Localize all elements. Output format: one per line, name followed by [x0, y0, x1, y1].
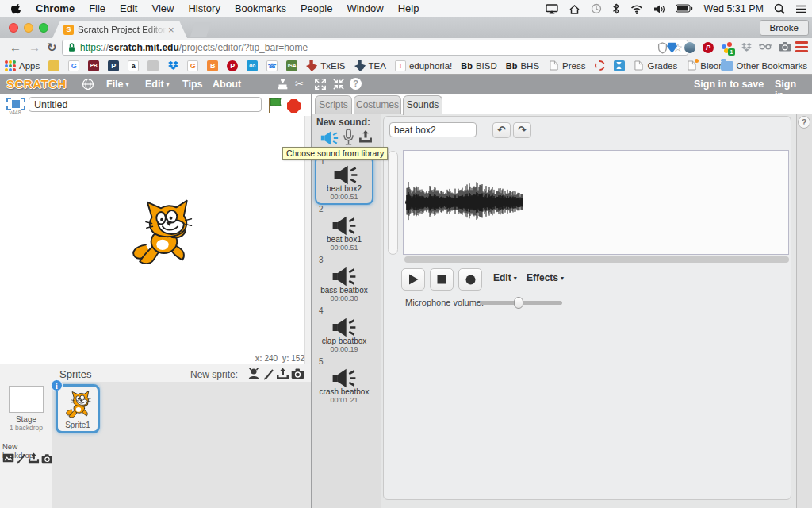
menu-window[interactable]: Window: [339, 2, 390, 14]
bookmark-circle[interactable]: [595, 60, 605, 71]
stop-playback-button[interactable]: [430, 268, 454, 291]
sound-item[interactable]: 1 beat box2 00:00.51: [315, 156, 373, 205]
forward-button[interactable]: →: [29, 40, 40, 54]
window-zoom-button[interactable]: [39, 23, 48, 33]
bookmarks-overflow-chevron[interactable]: »: [708, 60, 714, 71]
menu-file[interactable]: File: [82, 2, 113, 14]
scratch-tips-menu[interactable]: Tips: [182, 79, 202, 90]
bookmark-pb[interactable]: PB: [88, 60, 99, 71]
new-tab-button[interactable]: [190, 22, 211, 37]
menu-bar-clock[interactable]: Wed 5:31 PM: [703, 3, 764, 14]
reload-button[interactable]: ↻: [47, 40, 57, 55]
upload-sprite-icon[interactable]: [276, 368, 289, 380]
pinterest-extension-icon[interactable]: P: [703, 42, 714, 53]
bookmark-dropbox[interactable]: [167, 60, 178, 71]
airplay-icon[interactable]: [546, 4, 558, 14]
fullscreen-icon[interactable]: [6, 98, 25, 110]
bookmark-blogger[interactable]: B: [207, 60, 218, 71]
tab-scripts[interactable]: Scripts: [315, 95, 352, 114]
bookmark-p[interactable]: P: [108, 60, 119, 71]
sign-in-menu[interactable]: Sign in▾: [775, 79, 812, 101]
record-button[interactable]: [458, 268, 482, 291]
bookmark-bhs[interactable]: BbBHS: [506, 60, 539, 71]
grow-sprite-icon[interactable]: [314, 78, 327, 90]
menu-help[interactable]: Help: [391, 2, 427, 14]
bookmark-phone[interactable]: ☎: [266, 60, 278, 71]
shrink-sprite-icon[interactable]: [332, 78, 345, 90]
duplicate-stamp-icon[interactable]: [277, 79, 289, 90]
bookmark-g-orange[interactable]: G: [187, 60, 198, 71]
redo-button[interactable]: ↷: [513, 122, 531, 138]
upload-backdrop-icon[interactable]: [28, 452, 40, 464]
screenshot-extension-icon[interactable]: [684, 42, 695, 53]
stop-button[interactable]: [287, 99, 301, 113]
notification-center-icon[interactable]: [795, 4, 807, 14]
project-name-input[interactable]: [29, 97, 262, 112]
menu-chrome[interactable]: Chrome: [29, 2, 82, 14]
menu-people[interactable]: People: [293, 2, 339, 14]
hotspot-icon[interactable]: [569, 4, 580, 14]
menu-bookmarks[interactable]: Bookmarks: [228, 2, 293, 14]
bookmark-do[interactable]: do: [247, 60, 258, 71]
sound-library-icon[interactable]: [320, 130, 339, 146]
new-sprite-library-icon[interactable]: [247, 368, 260, 380]
tab-sounds[interactable]: Sounds: [403, 95, 442, 115]
sound-item[interactable]: 3 bass beatbox 00:00.30: [315, 256, 373, 305]
microphone-volume-slider[interactable]: [480, 301, 562, 305]
paint-new-sprite-icon[interactable]: [262, 368, 275, 380]
menu-history[interactable]: History: [181, 2, 227, 14]
bookmark-amazon[interactable]: a: [128, 60, 139, 71]
waveform-scrollbar[interactable]: [404, 256, 789, 263]
upload-sound-icon[interactable]: [358, 129, 373, 144]
delete-scissors-icon[interactable]: ✂: [295, 78, 304, 90]
google-extension-icon[interactable]: 1: [721, 41, 733, 54]
bookmark-tea[interactable]: TEA: [354, 60, 386, 71]
battery-icon[interactable]: [676, 4, 693, 13]
back-button[interactable]: ←: [10, 40, 21, 54]
apple-menu-icon[interactable]: [0, 2, 29, 15]
stage-selector[interactable]: Stage 1 backdrop New backdrop:: [0, 382, 52, 508]
camera-backdrop-icon[interactable]: [41, 453, 53, 464]
window-close-button[interactable]: [9, 23, 18, 33]
edit-dropdown[interactable]: Edit▾: [493, 272, 517, 283]
paint-backdrop-icon[interactable]: [16, 452, 27, 464]
tab-close-icon[interactable]: ×: [168, 24, 174, 36]
bookmark-pinterest[interactable]: P: [227, 60, 238, 71]
time-machine-icon[interactable]: [591, 3, 602, 14]
wifi-icon[interactable]: [630, 4, 643, 14]
camera-extension-icon[interactable]: [779, 40, 791, 55]
apps-shortcut[interactable]: Apps: [5, 60, 40, 71]
bookmark-bisd[interactable]: BbBISD: [461, 60, 497, 71]
tips-help-button[interactable]: ?: [798, 116, 810, 129]
browser-tab[interactable]: S Scratch Project Editor - Ima ×: [52, 21, 187, 38]
bookmark-google[interactable]: G: [68, 60, 79, 71]
address-bar[interactable]: https://scratch.mit.edu/projects/editor/…: [62, 40, 688, 56]
bookmark-grades[interactable]: Grades: [634, 60, 678, 71]
chrome-menu-icon[interactable]: [795, 41, 808, 52]
bookmark-qr[interactable]: [147, 60, 159, 71]
sound-item[interactable]: 4 clap beatbox 00:00.19: [315, 306, 373, 356]
sound-item[interactable]: 5 crash beatbox 00:01.21: [315, 357, 373, 406]
other-bookmarks[interactable]: Other Bookmarks: [721, 61, 807, 71]
sound-item[interactable]: 2 beat box1 00:00.51: [315, 205, 373, 254]
stage-sprite-cat[interactable]: [124, 197, 201, 268]
green-flag-button[interactable]: [267, 97, 285, 114]
effects-dropdown[interactable]: Effects▾: [527, 272, 564, 283]
sprite-info-badge[interactable]: i: [51, 379, 63, 391]
scratch-edit-menu[interactable]: Edit▾: [145, 79, 170, 90]
profile-button[interactable]: Brooke: [760, 20, 809, 36]
bookmark-hourglass[interactable]: [614, 60, 625, 71]
backdrop-library-icon[interactable]: [2, 453, 14, 464]
visor-extension-icon[interactable]: [667, 42, 677, 53]
bookmark-press[interactable]: Press: [548, 60, 585, 71]
glasses-extension-icon[interactable]: [759, 40, 772, 55]
window-minimize-button[interactable]: [24, 23, 33, 33]
menu-edit[interactable]: Edit: [113, 2, 144, 14]
sound-name-input[interactable]: [389, 122, 477, 137]
record-sound-icon[interactable]: [343, 129, 354, 146]
language-globe-icon[interactable]: [82, 78, 94, 90]
dropbox-extension-icon[interactable]: [741, 42, 752, 53]
scratch-about-menu[interactable]: About: [213, 79, 241, 90]
camera-sprite-icon[interactable]: [291, 368, 304, 379]
menu-view[interactable]: View: [144, 2, 181, 14]
